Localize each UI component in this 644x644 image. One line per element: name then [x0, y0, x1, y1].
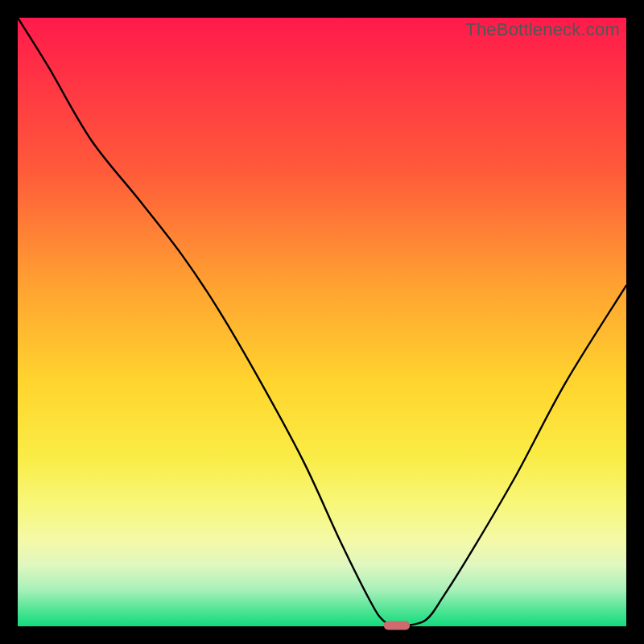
plot-area: TheBottleneck.com: [18, 18, 626, 626]
bottleneck-curve: [18, 18, 626, 627]
chart-frame: TheBottleneck.com: [0, 0, 644, 644]
optimum-marker: [384, 621, 410, 630]
bottleneck-curve-svg: [18, 18, 626, 626]
